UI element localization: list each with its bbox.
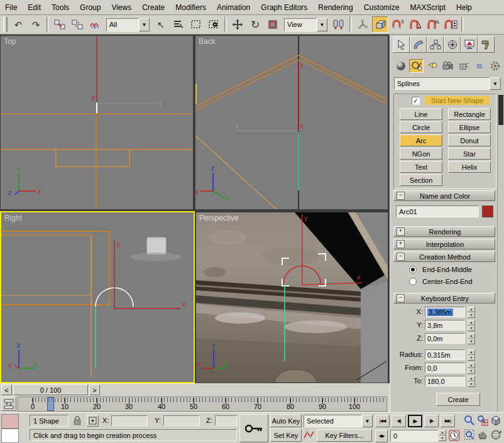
spinner-snap-toggle-button[interactable] <box>442 16 459 33</box>
chevron-down-icon[interactable]: ▼ <box>362 415 373 427</box>
viewport-back[interactable]: Back y x z z x y <box>195 36 388 209</box>
button-text[interactable]: Text <box>400 161 442 173</box>
x-value-field[interactable]: 3,385m <box>425 307 465 317</box>
select-and-manipulate-button[interactable] <box>354 16 371 33</box>
from-spinner[interactable]: ▲▼ <box>468 363 475 373</box>
button-arc-active[interactable]: Arc <box>400 134 442 146</box>
zoom-all-button[interactable] <box>477 415 490 427</box>
viewport-perspective-label[interactable]: Perspective <box>199 214 239 222</box>
track-bar[interactable]: 0 10 20 30 40 50 60 70 80 90 100 <box>0 396 390 412</box>
from-value-field[interactable]: 0,0 <box>425 363 465 373</box>
time-slider-next-button[interactable]: > <box>89 385 100 395</box>
select-and-link-button[interactable] <box>52 16 68 33</box>
undo-button[interactable]: ↶ <box>10 16 26 33</box>
menu-maxscript[interactable]: MAXScript <box>410 3 446 12</box>
play-button[interactable]: ▶ <box>408 415 422 427</box>
button-circle[interactable]: Circle <box>400 121 442 133</box>
menu-graph-editors[interactable]: Graph Editors <box>261 3 307 12</box>
frame-spinner[interactable]: ▲▼ <box>439 430 446 440</box>
panel-scrollbar-thumb[interactable] <box>498 95 503 125</box>
category-cameras[interactable] <box>441 59 455 73</box>
category-lights[interactable] <box>425 59 439 73</box>
shape-category-dropdown[interactable]: Splines ▼ <box>394 77 501 90</box>
button-rectangle[interactable]: Rectangle <box>448 108 491 120</box>
radius-spinner[interactable]: ▲▼ <box>468 349 475 360</box>
maxscript-mini-listener-white[interactable] <box>1 429 19 443</box>
radio-center-end-end[interactable]: Center-End-End <box>409 276 473 285</box>
unlink-selection-button[interactable] <box>69 16 85 33</box>
selection-filter-dropdown[interactable]: All ▼ <box>106 18 150 31</box>
object-color-swatch[interactable] <box>482 205 493 217</box>
create-button[interactable]: Create <box>436 393 480 406</box>
tab-utilities[interactable] <box>478 36 495 53</box>
menu-views[interactable]: Views <box>111 3 131 12</box>
current-frame-field[interactable]: 0 <box>390 430 438 442</box>
start-new-shape-checkbox[interactable]: ✓ <box>412 97 420 105</box>
button-donut[interactable]: Donut <box>448 134 491 146</box>
to-spinner[interactable]: ▲▼ <box>468 376 475 386</box>
menu-file[interactable]: File <box>5 3 17 12</box>
tab-modify[interactable] <box>410 36 427 53</box>
y-coord-field[interactable] <box>163 415 200 426</box>
menu-group[interactable]: Group <box>80 3 101 12</box>
set-key-button[interactable]: Set Key <box>270 429 302 442</box>
viewport-right-label[interactable]: Right <box>4 214 22 222</box>
select-and-move-button[interactable] <box>229 16 246 33</box>
category-space-warps[interactable]: ≋ <box>472 59 486 73</box>
category-shapes[interactable] <box>409 59 424 73</box>
tab-hierarchy[interactable] <box>427 36 444 53</box>
y-spinner[interactable]: ▲▼ <box>468 320 475 331</box>
menu-animation[interactable]: Animation <box>217 3 250 12</box>
z-coord-field[interactable] <box>215 415 238 426</box>
viewport-top[interactable]: Top z y y x z <box>1 36 193 209</box>
new-key-curve-button[interactable] <box>304 430 315 441</box>
snaps-toggle-button[interactable] <box>372 16 388 33</box>
menu-rendering[interactable]: Rendering <box>318 3 353 12</box>
select-by-name-button[interactable] <box>170 16 187 33</box>
maxscript-mini-listener-pink[interactable] <box>1 414 19 429</box>
tab-motion[interactable] <box>444 36 461 53</box>
key-mode-toggle-button[interactable]: ◀▶ <box>375 430 388 442</box>
track-bar-ruler[interactable]: 0 10 20 30 40 50 60 70 80 90 100 <box>18 397 387 412</box>
menu-modifiers[interactable]: Modifiers <box>175 3 206 12</box>
mirror-button[interactable] <box>331 16 347 33</box>
rendering-rollout-header[interactable]: + Rendering <box>393 226 495 237</box>
tab-create[interactable] <box>393 36 410 53</box>
reference-coordinate-dropdown[interactable]: View ▼ <box>284 18 327 31</box>
name-and-color-header[interactable]: − Name and Color <box>393 190 495 201</box>
viewport-back-label[interactable]: Back <box>199 37 216 46</box>
select-and-scale-button[interactable] <box>265 16 281 33</box>
pan-button[interactable] <box>477 429 490 442</box>
snap-toggle-3d-button[interactable]: 3 <box>390 16 406 33</box>
button-line[interactable]: Line <box>400 108 442 120</box>
coordinate-system-arrow[interactable]: ▼ <box>317 18 327 31</box>
key-filters-button[interactable]: Key Filters... <box>317 429 372 442</box>
current-frame-marker[interactable] <box>47 397 54 411</box>
button-ngon[interactable]: NGon <box>400 148 442 160</box>
select-and-rotate-button[interactable]: ↻ <box>247 16 263 33</box>
viewport-top-label[interactable]: Top <box>4 37 16 46</box>
viewport-perspective[interactable]: Perspective <box>196 212 388 383</box>
radius-value-field[interactable]: 0,315m <box>425 349 465 360</box>
percent-snap-toggle-button[interactable]: % <box>425 16 441 33</box>
key-filter-selection-dropdown[interactable]: Selected ▼ <box>304 415 373 427</box>
select-object-button[interactable]: ↖ <box>153 16 169 33</box>
menu-tools[interactable]: Tools <box>52 3 69 12</box>
zoom-extents-button[interactable] <box>490 415 503 427</box>
menu-customize[interactable]: Customize <box>364 3 400 12</box>
previous-frame-button[interactable]: ◀|| <box>392 415 406 427</box>
interpolation-rollout-header[interactable]: + Interpolation <box>393 239 495 249</box>
button-star[interactable]: Star <box>448 148 491 160</box>
category-systems[interactable] <box>488 59 502 73</box>
radio-end-end-middle[interactable]: End-End-Middle <box>409 265 473 273</box>
time-slider[interactable]: 0 / 100 <box>13 385 88 395</box>
button-helix[interactable]: Helix <box>448 161 491 173</box>
selection-filter-arrow[interactable]: ▼ <box>139 18 150 31</box>
time-slider-prev-button[interactable]: < <box>1 385 12 395</box>
zoom-region-button[interactable] <box>464 429 476 442</box>
x-coord-field[interactable] <box>111 415 148 426</box>
button-section[interactable]: Section <box>400 174 442 186</box>
mini-curve-editor-button[interactable] <box>1 397 16 411</box>
window-crossing-toggle-button[interactable] <box>205 16 222 33</box>
object-name-field[interactable]: Arc01 <box>396 205 479 217</box>
